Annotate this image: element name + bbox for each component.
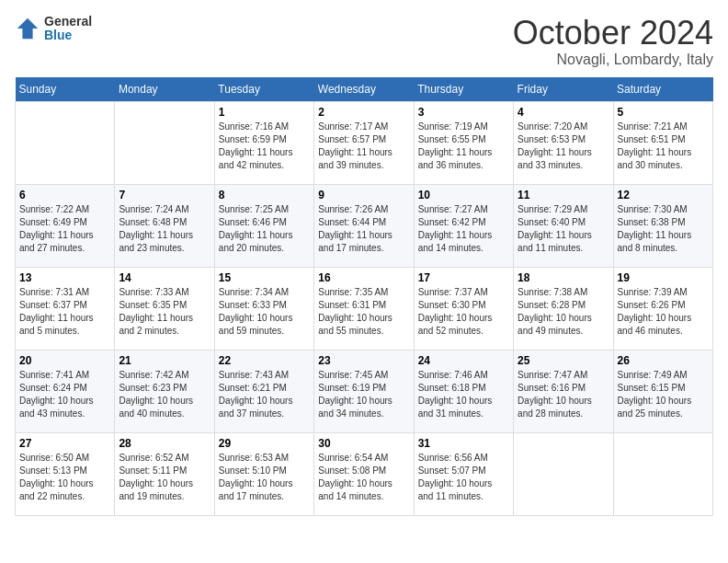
- location: Novagli, Lombardy, Italy: [513, 52, 713, 68]
- day-cell: 13Sunrise: 7:31 AM Sunset: 6:37 PM Dayli…: [16, 267, 115, 350]
- day-info: Sunrise: 7:19 AM Sunset: 6:55 PM Dayligh…: [418, 121, 509, 172]
- day-info: Sunrise: 7:20 AM Sunset: 6:53 PM Dayligh…: [518, 121, 609, 172]
- day-cell: 21Sunrise: 7:42 AM Sunset: 6:23 PM Dayli…: [115, 350, 214, 432]
- day-number: 3: [418, 106, 509, 119]
- day-cell: [115, 101, 214, 184]
- day-info: Sunrise: 7:39 AM Sunset: 6:26 PM Dayligh…: [618, 286, 709, 338]
- logo-text: General Blue: [44, 15, 92, 43]
- day-cell: 6Sunrise: 7:22 AM Sunset: 6:49 PM Daylig…: [16, 184, 115, 267]
- day-number: 2: [318, 106, 409, 119]
- day-cell: 27Sunrise: 6:50 AM Sunset: 5:13 PM Dayli…: [16, 432, 115, 515]
- day-number: 26: [618, 354, 709, 367]
- day-info: Sunrise: 7:38 AM Sunset: 6:28 PM Dayligh…: [518, 286, 609, 338]
- month-title: October 2024: [513, 15, 713, 52]
- day-number: 30: [318, 437, 409, 450]
- day-cell: 28Sunrise: 6:52 AM Sunset: 5:11 PM Dayli…: [115, 432, 214, 515]
- day-number: 16: [318, 271, 409, 284]
- day-info: Sunrise: 7:42 AM Sunset: 6:23 PM Dayligh…: [119, 369, 210, 420]
- day-info: Sunrise: 6:50 AM Sunset: 5:13 PM Dayligh…: [19, 452, 110, 503]
- day-number: 23: [318, 354, 409, 367]
- day-number: 27: [19, 437, 110, 450]
- calendar-table: SundayMondayTuesdayWednesdayThursdayFrid…: [15, 77, 713, 516]
- day-info: Sunrise: 7:41 AM Sunset: 6:24 PM Dayligh…: [19, 369, 110, 420]
- day-info: Sunrise: 7:27 AM Sunset: 6:42 PM Dayligh…: [418, 203, 509, 255]
- logo-general-text: General: [44, 15, 92, 29]
- day-cell: 29Sunrise: 6:53 AM Sunset: 5:10 PM Dayli…: [214, 432, 313, 515]
- logo-icon: [15, 16, 40, 41]
- day-cell: 24Sunrise: 7:46 AM Sunset: 6:18 PM Dayli…: [414, 350, 513, 432]
- header-cell-monday: Monday: [115, 77, 214, 102]
- day-cell: 2Sunrise: 7:17 AM Sunset: 6:57 PM Daylig…: [314, 101, 414, 184]
- day-cell: 16Sunrise: 7:35 AM Sunset: 6:31 PM Dayli…: [314, 267, 414, 350]
- day-number: 9: [318, 189, 409, 201]
- day-cell: 14Sunrise: 7:33 AM Sunset: 6:35 PM Dayli…: [115, 267, 214, 350]
- day-number: 28: [119, 437, 210, 450]
- day-cell: 20Sunrise: 7:41 AM Sunset: 6:24 PM Dayli…: [16, 350, 115, 432]
- day-cell: 17Sunrise: 7:37 AM Sunset: 6:30 PM Dayli…: [414, 267, 513, 350]
- header: General Blue October 2024 Novagli, Lomba…: [15, 15, 713, 68]
- day-info: Sunrise: 7:25 AM Sunset: 6:46 PM Dayligh…: [219, 203, 310, 255]
- day-info: Sunrise: 6:56 AM Sunset: 5:07 PM Dayligh…: [418, 452, 509, 503]
- day-number: 19: [618, 271, 709, 284]
- day-info: Sunrise: 6:52 AM Sunset: 5:11 PM Dayligh…: [119, 452, 210, 503]
- day-info: Sunrise: 7:46 AM Sunset: 6:18 PM Dayligh…: [418, 369, 509, 420]
- day-info: Sunrise: 7:37 AM Sunset: 6:30 PM Dayligh…: [418, 286, 509, 338]
- day-info: Sunrise: 7:33 AM Sunset: 6:35 PM Dayligh…: [119, 286, 210, 338]
- day-info: Sunrise: 7:26 AM Sunset: 6:44 PM Dayligh…: [318, 203, 409, 255]
- day-info: Sunrise: 6:53 AM Sunset: 5:10 PM Dayligh…: [219, 452, 310, 503]
- day-cell: 3Sunrise: 7:19 AM Sunset: 6:55 PM Daylig…: [414, 101, 513, 184]
- day-number: 8: [219, 189, 310, 201]
- day-number: 10: [418, 189, 509, 201]
- day-number: 31: [418, 437, 509, 450]
- day-info: Sunrise: 7:45 AM Sunset: 6:19 PM Dayligh…: [318, 369, 409, 420]
- calendar-body: 1Sunrise: 7:16 AM Sunset: 6:59 PM Daylig…: [16, 101, 713, 515]
- day-cell: 30Sunrise: 6:54 AM Sunset: 5:08 PM Dayli…: [314, 432, 414, 515]
- day-info: Sunrise: 6:54 AM Sunset: 5:08 PM Dayligh…: [318, 452, 409, 503]
- day-number: 18: [518, 271, 609, 284]
- day-cell: 5Sunrise: 7:21 AM Sunset: 6:51 PM Daylig…: [613, 101, 712, 184]
- day-info: Sunrise: 7:31 AM Sunset: 6:37 PM Dayligh…: [19, 286, 110, 338]
- week-row-1: 1Sunrise: 7:16 AM Sunset: 6:59 PM Daylig…: [16, 101, 713, 184]
- title-section: October 2024 Novagli, Lombardy, Italy: [513, 15, 713, 68]
- day-cell: [613, 432, 712, 515]
- day-number: 21: [119, 354, 210, 367]
- day-cell: [16, 101, 115, 184]
- day-cell: [514, 432, 613, 515]
- logo: General Blue: [15, 15, 92, 43]
- day-info: Sunrise: 7:24 AM Sunset: 6:48 PM Dayligh…: [119, 203, 210, 255]
- day-cell: 18Sunrise: 7:38 AM Sunset: 6:28 PM Dayli…: [514, 267, 613, 350]
- day-cell: 9Sunrise: 7:26 AM Sunset: 6:44 PM Daylig…: [314, 184, 414, 267]
- day-cell: 26Sunrise: 7:49 AM Sunset: 6:15 PM Dayli…: [613, 350, 712, 432]
- day-info: Sunrise: 7:29 AM Sunset: 6:40 PM Dayligh…: [518, 203, 609, 255]
- header-cell-sunday: Sunday: [16, 77, 115, 102]
- header-cell-friday: Friday: [514, 77, 613, 102]
- svg-marker-0: [17, 18, 38, 39]
- day-info: Sunrise: 7:47 AM Sunset: 6:16 PM Dayligh…: [518, 369, 609, 420]
- week-row-4: 20Sunrise: 7:41 AM Sunset: 6:24 PM Dayli…: [16, 350, 713, 432]
- logo-blue-text: Blue: [44, 29, 92, 42]
- day-number: 24: [418, 354, 509, 367]
- day-number: 14: [119, 271, 210, 284]
- week-row-3: 13Sunrise: 7:31 AM Sunset: 6:37 PM Dayli…: [16, 267, 713, 350]
- day-cell: 4Sunrise: 7:20 AM Sunset: 6:53 PM Daylig…: [514, 101, 613, 184]
- calendar-header: SundayMondayTuesdayWednesdayThursdayFrid…: [16, 77, 713, 102]
- day-cell: 7Sunrise: 7:24 AM Sunset: 6:48 PM Daylig…: [115, 184, 214, 267]
- day-info: Sunrise: 7:49 AM Sunset: 6:15 PM Dayligh…: [618, 369, 709, 420]
- header-row: SundayMondayTuesdayWednesdayThursdayFrid…: [16, 77, 713, 102]
- day-cell: 10Sunrise: 7:27 AM Sunset: 6:42 PM Dayli…: [414, 184, 513, 267]
- day-number: 15: [219, 271, 310, 284]
- day-info: Sunrise: 7:43 AM Sunset: 6:21 PM Dayligh…: [219, 369, 310, 420]
- day-info: Sunrise: 7:21 AM Sunset: 6:51 PM Dayligh…: [618, 121, 709, 172]
- day-number: 29: [219, 437, 310, 450]
- day-cell: 22Sunrise: 7:43 AM Sunset: 6:21 PM Dayli…: [214, 350, 313, 432]
- day-number: 11: [518, 189, 609, 201]
- day-number: 13: [19, 271, 110, 284]
- day-number: 4: [518, 106, 609, 119]
- day-cell: 19Sunrise: 7:39 AM Sunset: 6:26 PM Dayli…: [613, 267, 712, 350]
- day-cell: 12Sunrise: 7:30 AM Sunset: 6:38 PM Dayli…: [613, 184, 712, 267]
- day-cell: 31Sunrise: 6:56 AM Sunset: 5:07 PM Dayli…: [414, 432, 513, 515]
- day-cell: 1Sunrise: 7:16 AM Sunset: 6:59 PM Daylig…: [214, 101, 313, 184]
- week-row-2: 6Sunrise: 7:22 AM Sunset: 6:49 PM Daylig…: [16, 184, 713, 267]
- day-info: Sunrise: 7:22 AM Sunset: 6:49 PM Dayligh…: [19, 203, 110, 255]
- day-cell: 8Sunrise: 7:25 AM Sunset: 6:46 PM Daylig…: [214, 184, 313, 267]
